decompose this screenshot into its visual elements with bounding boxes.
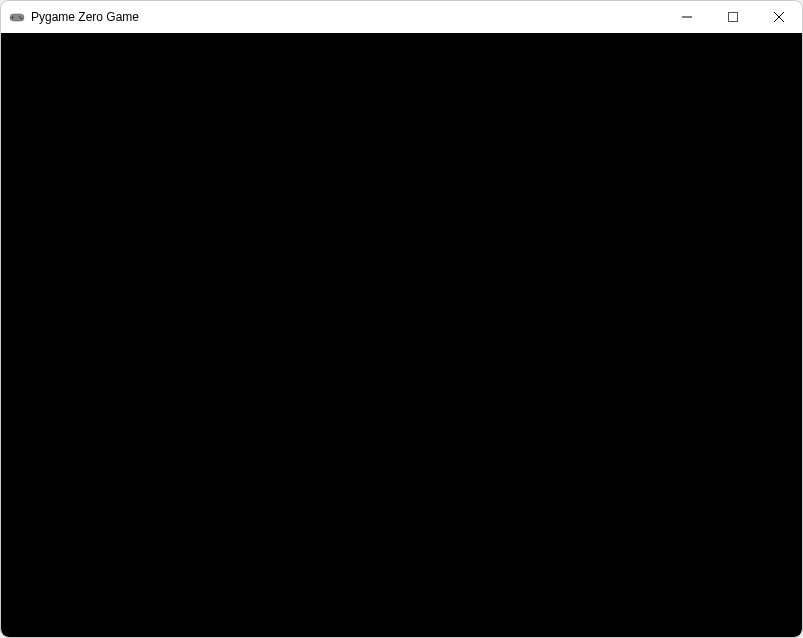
svg-point-3 (19, 16, 21, 18)
gamepad-icon (9, 9, 25, 25)
maximize-icon (728, 12, 738, 22)
titlebar[interactable]: Pygame Zero Game (1, 1, 802, 33)
window-controls (664, 1, 802, 33)
game-canvas[interactable] (1, 33, 802, 637)
svg-rect-2 (12, 17, 14, 18)
window-title: Pygame Zero Game (31, 10, 664, 24)
application-window: Pygame Zero Game (0, 0, 803, 638)
svg-rect-6 (729, 13, 738, 22)
minimize-icon (682, 12, 692, 22)
close-button[interactable] (756, 1, 802, 33)
svg-point-4 (21, 18, 23, 20)
close-icon (774, 12, 784, 22)
maximize-button[interactable] (710, 1, 756, 33)
minimize-button[interactable] (664, 1, 710, 33)
